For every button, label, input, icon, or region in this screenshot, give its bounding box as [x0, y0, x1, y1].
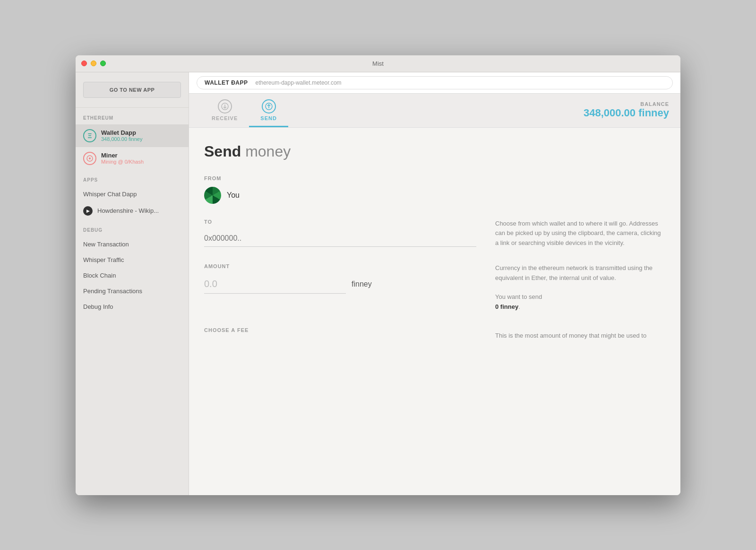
- miner-name: Miner: [101, 152, 144, 159]
- sidebar-item-whisper-chat[interactable]: Whisper Chat Dapp: [76, 186, 189, 202]
- tab-bar: RECEIVE SEND BALANCE: [189, 94, 680, 128]
- miner-status: Mining @ 0/Khash: [101, 159, 144, 165]
- amount-row: AMOUNT finney Currency in the ethereum n…: [204, 263, 665, 312]
- go-to-new-app-section: GO TO NEW APP: [76, 72, 189, 108]
- to-row: TO Choose from which wallet and to where…: [204, 219, 665, 248]
- wallet-dapp-balance: 348,000.00 finney: [101, 136, 142, 142]
- choose-fee-label: CHOOSE A FEE: [204, 327, 476, 333]
- send-tab-label: SEND: [260, 115, 277, 121]
- from-display: You: [204, 187, 476, 204]
- play-icon: ▶: [83, 206, 93, 216]
- wallet-dapp-label: WALLET ÐAPP: [205, 79, 248, 86]
- ethereum-section-label: ETHEREUM: [76, 108, 189, 124]
- app-body: GO TO NEW APP ETHEREUM Ξ Wallet Dapp 348…: [76, 72, 680, 495]
- window-title: Mist: [372, 60, 384, 67]
- svg-point-1: [89, 157, 91, 159]
- traffic-lights: [81, 61, 106, 66]
- balance-display: BALANCE 348,000.00 finney: [584, 101, 669, 119]
- to-label: TO: [204, 219, 476, 225]
- you-want-to-send: You want to send 0 finney.: [495, 292, 665, 312]
- send-heading: Send money: [204, 143, 665, 160]
- sidebar-item-howdenshire[interactable]: ▶ Howdenshire - Wikip...: [76, 202, 189, 220]
- sidebar: GO TO NEW APP ETHEREUM Ξ Wallet Dapp 348…: [76, 72, 189, 495]
- tab-receive[interactable]: RECEIVE: [200, 94, 249, 127]
- close-button[interactable]: [81, 61, 87, 66]
- fee-row: CHOOSE A FEE This is the most amount of …: [204, 327, 665, 341]
- receive-tab-label: RECEIVE: [212, 115, 238, 121]
- amount-unit: finney: [352, 280, 372, 288]
- balance-amount: 348,000.00 finney: [584, 107, 669, 119]
- main-content: WALLET ÐAPP ethereum-dapp-wallet.meteor.…: [189, 72, 680, 495]
- app-window: Mist GO TO NEW APP ETHEREUM Ξ Wallet Dap…: [76, 55, 680, 495]
- send-icon: [262, 99, 276, 113]
- from-row: FROM You: [204, 175, 665, 204]
- fee-help-text: This is the most amount of money that mi…: [495, 331, 665, 341]
- to-help-text: Choose from which wallet and to where it…: [495, 219, 665, 248]
- avatar: [204, 187, 221, 204]
- sidebar-item-block-chain[interactable]: Block Chain: [76, 268, 189, 283]
- amount-help-text: Currency in the ethereum network is tran…: [495, 263, 665, 283]
- amount-input[interactable]: [204, 275, 346, 294]
- to-input[interactable]: [204, 230, 476, 247]
- sidebar-item-miner[interactable]: Miner Mining @ 0/Khash: [76, 147, 189, 170]
- tab-send[interactable]: SEND: [249, 94, 288, 127]
- receive-icon: [218, 99, 232, 113]
- sidebar-item-wallet-dapp[interactable]: Ξ Wallet Dapp 348,000.00 finney: [76, 124, 189, 147]
- sidebar-item-new-transaction[interactable]: New Transaction: [76, 236, 189, 252]
- miner-icon: [83, 152, 96, 165]
- sidebar-item-debug-info[interactable]: Debug Info: [76, 299, 189, 314]
- fullscreen-button[interactable]: [100, 61, 106, 66]
- debug-section-label: DEBUG: [76, 220, 189, 236]
- title-bar: Mist: [76, 55, 680, 72]
- apps-section-label: APPS: [76, 170, 189, 186]
- sidebar-item-pending-transactions[interactable]: Pending Transactions: [76, 283, 189, 299]
- howdenshire-label: Howdenshire - Wikip...: [97, 207, 159, 214]
- address-bar: WALLET ÐAPP ethereum-dapp-wallet.meteor.…: [197, 76, 673, 89]
- address-url: ethereum-dapp-wallet.meteor.com: [256, 79, 342, 86]
- address-bar-row: WALLET ÐAPP ethereum-dapp-wallet.meteor.…: [189, 72, 680, 94]
- minimize-button[interactable]: [91, 61, 96, 66]
- from-label: FROM: [204, 175, 476, 181]
- form-area: Send money FROM You T: [189, 128, 680, 495]
- wallet-dapp-name: Wallet Dapp: [101, 129, 142, 136]
- from-name: You: [227, 191, 240, 200]
- balance-label: BALANCE: [584, 101, 669, 107]
- amount-label: AMOUNT: [204, 263, 476, 269]
- whisper-chat-label: Whisper Chat Dapp: [83, 191, 137, 198]
- go-to-new-app-button[interactable]: GO TO NEW APP: [83, 82, 181, 98]
- wallet-icon: Ξ: [83, 129, 96, 142]
- sidebar-item-whisper-traffic[interactable]: Whisper Traffic: [76, 252, 189, 268]
